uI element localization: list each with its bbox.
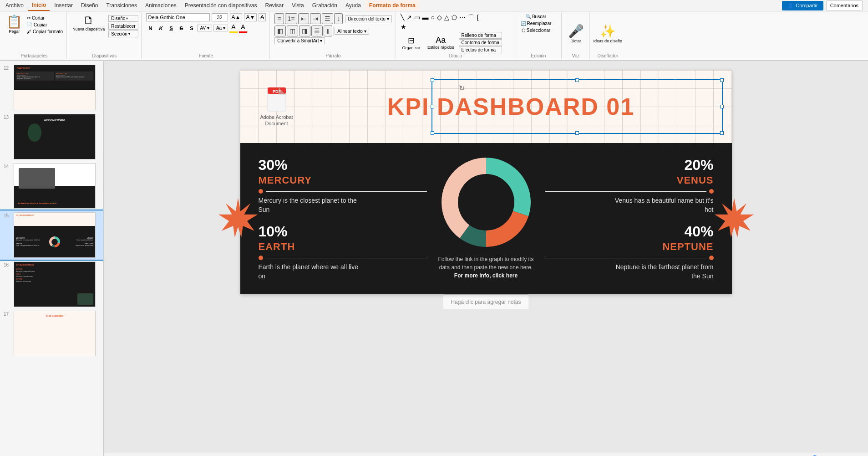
edicion-group: 🔍 Buscar 🔄 Reemplazar ⬡ Seleccionar Edic… bbox=[516, 12, 562, 59]
copiar-button[interactable]: 📄 Copiar bbox=[26, 22, 64, 28]
svg-point-9 bbox=[459, 175, 513, 230]
italic-button[interactable]: K bbox=[157, 25, 166, 32]
notes-placeholder[interactable]: Haga clic para agregar notas bbox=[451, 299, 521, 305]
comments-button[interactable]: Comentarios bbox=[826, 0, 863, 10]
cortar-button[interactable]: ✂ Cortar bbox=[26, 15, 64, 21]
font-increase-button[interactable]: A▲ bbox=[230, 13, 243, 21]
donut-caption[interactable]: Follow the link in the graph to modify i… bbox=[436, 255, 536, 280]
kpi-grid: 30% MERCURY Mercury is the closest plane… bbox=[259, 157, 714, 281]
slide-title[interactable]: KPI DASHBOARD 01 bbox=[309, 93, 714, 120]
tab-ayuda[interactable]: Ayuda bbox=[342, 0, 365, 10]
justify-button[interactable]: ☰ bbox=[311, 26, 323, 36]
shape-more[interactable]: ⋯ bbox=[458, 13, 467, 22]
underline-button[interactable]: S bbox=[167, 25, 175, 32]
slide-thumb-15[interactable]: 15 KPI DASHBOARD 01 MERCURY Mercury is t… bbox=[0, 210, 103, 260]
organizar-button[interactable]: ⊟ Organizar bbox=[400, 35, 423, 51]
tab-grabacion[interactable]: Grabación bbox=[309, 0, 341, 10]
share-button[interactable]: 👤 Compartir bbox=[782, 1, 823, 10]
pdf-icon: PDF bbox=[266, 87, 288, 112]
diseno-dropdown[interactable]: Diseño ▾ bbox=[108, 15, 138, 22]
slides-panel: 12 CHECKLIST PROJECT 01 Earth is the pla… bbox=[0, 61, 104, 456]
ideas-diseno-button[interactable]: Ideas de diseño bbox=[594, 39, 623, 43]
neptune-name: NEPTUNE bbox=[545, 241, 714, 253]
shape-star[interactable]: ★ bbox=[400, 23, 407, 31]
slide-thumb-12[interactable]: 12 CHECKLIST PROJECT 01 Earth is the pla… bbox=[0, 63, 103, 112]
line-spacing-button[interactable]: ↕ bbox=[334, 13, 343, 24]
alinear-texto-button[interactable]: Alinear texto ▾ bbox=[335, 28, 369, 35]
pdf-attachment[interactable]: PDF Adobe Acrobat Document bbox=[259, 87, 295, 127]
dictar-button[interactable]: Dictar bbox=[570, 39, 581, 43]
pegar-button[interactable]: 📋 Pegar bbox=[5, 13, 24, 35]
nueva-diapositiva-button[interactable]: 🗋 Nueva diapositiva bbox=[71, 13, 107, 32]
font-size-aa-button[interactable]: Aa ▾ bbox=[213, 25, 228, 31]
font-decrease-button[interactable]: A▼ bbox=[244, 13, 257, 21]
col-count-button[interactable]: ☰ bbox=[322, 13, 333, 24]
dibujo-group: ╲ ↗ ▭ ▬ ○ ◇ △ ⬠ ⋯ ⌒ { ★ ⊟ Organizar bbox=[397, 12, 515, 59]
kpi-earth: 10% EARTH Earth is the planet where we a… bbox=[259, 223, 427, 281]
mercury-percent: 30% bbox=[259, 157, 427, 174]
strikethrough-button[interactable]: S bbox=[177, 25, 186, 32]
copiar-formato-button[interactable]: 🖌 Copiar formato bbox=[26, 29, 64, 35]
bold-button[interactable]: N bbox=[146, 25, 155, 32]
slide-thumb-13[interactable]: 13 AWESOME WORDS bbox=[0, 112, 103, 161]
clear-formatting-button[interactable]: A̶ bbox=[259, 13, 266, 21]
bullets-button[interactable]: ≡ bbox=[274, 13, 284, 24]
align-right-button[interactable]: ◨ bbox=[299, 26, 310, 36]
tab-transiciones[interactable]: Transiciones bbox=[102, 0, 141, 10]
font-size-input[interactable] bbox=[212, 13, 228, 21]
parrafo-group: ≡ 1≡ ⇤ ⇥ ☰ ↕ Dirección del texto ▾ ◧ ◫ ◨… bbox=[271, 12, 396, 59]
estilos-rapidos-button[interactable]: Aa Estilos rápidos bbox=[425, 35, 457, 51]
slide-thumb-17[interactable]: 17 OUR NUMBERS bbox=[0, 309, 103, 358]
tab-formato-forma[interactable]: Formato de forma bbox=[365, 0, 419, 10]
buscar-button[interactable]: 🔍 Buscar bbox=[524, 13, 548, 20]
shape-line[interactable]: ╲ bbox=[400, 13, 405, 22]
direction-text-button[interactable]: Dirección del texto ▾ bbox=[345, 15, 391, 22]
convert-smartart-button[interactable]: Convertir a SmartArt ▾ bbox=[274, 37, 325, 44]
reemplazar-button[interactable]: 🔄 Reemplazar bbox=[519, 20, 553, 27]
rotate-handle[interactable]: ↻ bbox=[459, 84, 465, 92]
align-center-button[interactable]: ◫ bbox=[287, 26, 298, 36]
shape-pentagon[interactable]: ⬠ bbox=[451, 13, 458, 22]
relleno-forma-button[interactable]: Relleno de forma bbox=[459, 32, 502, 39]
shadow-button[interactable]: S bbox=[187, 25, 196, 32]
canvas-area: ↻ PDF Adobe Acrobat Document bbox=[104, 61, 868, 456]
shape-curve[interactable]: ⌒ bbox=[467, 13, 475, 22]
shape-arrow[interactable]: ↗ bbox=[406, 13, 413, 22]
slide-thumb-16[interactable]: 16 KPI DASHBOARD 02 MERCURY Mercury is a… bbox=[0, 260, 103, 309]
right-kpis: 20% VENUS Venus has a beautiful name but… bbox=[545, 157, 714, 281]
slide-header: PDF Adobe Acrobat Document KPI DASHBOARD… bbox=[240, 70, 732, 143]
seccion-button[interactable]: Sección ▾ bbox=[108, 31, 138, 37]
font-name-input[interactable] bbox=[146, 13, 210, 21]
shape-rect[interactable]: ▭ bbox=[413, 13, 421, 22]
shape-diamond[interactable]: ◇ bbox=[436, 13, 443, 22]
decrease-indent-button[interactable]: ⇤ bbox=[298, 13, 309, 24]
tab-inicio[interactable]: Inicio bbox=[28, 0, 50, 11]
char-spacing-button[interactable]: AV ▾ bbox=[197, 25, 212, 31]
donut-chart bbox=[441, 157, 532, 248]
tab-diseno[interactable]: Diseño bbox=[77, 0, 102, 10]
neptune-desc: Neptune is the farthest planet from the … bbox=[614, 263, 714, 281]
shape-brace[interactable]: { bbox=[476, 13, 480, 22]
columns-button[interactable]: ⫿ bbox=[324, 26, 332, 36]
shape-triangle[interactable]: △ bbox=[443, 13, 450, 22]
increase-indent-button[interactable]: ⇥ bbox=[310, 13, 321, 24]
tab-insertar[interactable]: Insertar bbox=[51, 0, 76, 10]
shape-rect2[interactable]: ▬ bbox=[421, 13, 430, 22]
restablecer-button[interactable]: Restablecer bbox=[108, 23, 138, 30]
seleccionar-button[interactable]: ⬡ Seleccionar bbox=[520, 27, 552, 34]
align-left-button[interactable]: ◧ bbox=[274, 26, 286, 36]
tab-animaciones[interactable]: Animaciones bbox=[142, 0, 180, 10]
efectos-forma-button[interactable]: Efectos de forma bbox=[459, 46, 502, 53]
slide-thumb-14[interactable]: 14 AN IMAGE IS WORTH A THOUSAND WORDS bbox=[0, 161, 103, 210]
tab-vista[interactable]: Vista bbox=[288, 0, 307, 10]
tab-revisar[interactable]: Revisar bbox=[261, 0, 287, 10]
canvas-scroll[interactable]: ↻ PDF Adobe Acrobat Document bbox=[104, 61, 868, 452]
shape-circle[interactable]: ○ bbox=[430, 13, 436, 22]
numbering-button[interactable]: 1≡ bbox=[285, 13, 298, 24]
venus-desc: Venus has a beautiful name but it's hot bbox=[614, 196, 714, 214]
contorno-forma-button[interactable]: Contorno de forma bbox=[459, 39, 502, 46]
tab-presentacion[interactable]: Presentación con diapositivas bbox=[181, 0, 261, 10]
notes-bar[interactable]: Haga clic para agregar notas bbox=[443, 294, 528, 309]
tab-archivo[interactable]: Archivo bbox=[2, 0, 27, 10]
earth-name: EARTH bbox=[259, 241, 427, 253]
